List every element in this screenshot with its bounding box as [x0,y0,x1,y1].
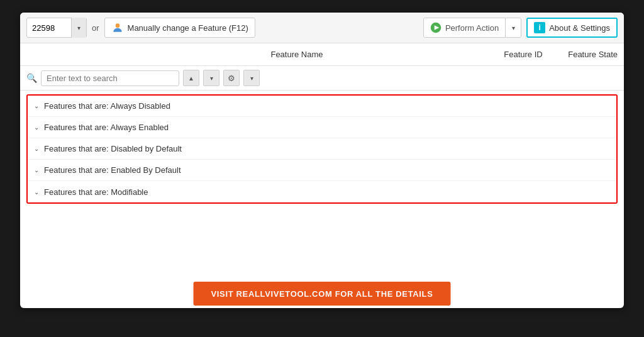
col-feature-state: Feature State [555,50,618,59]
chevron-down-icon: ⌄ [34,145,39,152]
chevron-down-icon: ⌄ [34,189,39,196]
col-feature-id: Feature ID [492,50,555,59]
perform-dropdown-btn[interactable]: ▾ [506,18,521,38]
list-item[interactable]: ⌄ Features that are: Always Enabled [28,117,616,138]
perform-action-button[interactable]: Perform Action [424,18,505,38]
filter-dropdown-button[interactable]: ▾ [243,70,260,86]
search-bar: 🔍 ▲ ▾ ⚙ ▾ [20,66,624,91]
user-icon [111,21,124,34]
chevron-down-icon: ⌄ [34,124,39,131]
chevron-down-icon: ⌄ [34,167,39,174]
search-icon: 🔍 [26,73,37,83]
sort-ascending-button[interactable]: ▲ [183,70,199,86]
list-item[interactable]: ⌄ Features that are: Enabled By Default [28,160,616,181]
manual-change-button[interactable]: Manually change a Feature (F12) [104,18,255,38]
manual-change-label: Manually change a Feature (F12) [128,23,248,33]
about-settings-button[interactable]: i About & Settings [526,18,618,38]
banner-box: VISIT REALLVIVETOOL.COM FOR ALL THE DETA… [194,282,451,306]
feature-label: Features that are: Always Disabled [44,101,170,111]
feature-list: ⌄ Features that are: Always Disabled ⌄ F… [20,91,624,308]
id-input[interactable] [27,23,71,33]
feature-label: Features that are: Modifiable [44,187,148,197]
search-input[interactable] [41,70,179,86]
perform-action-group: Perform Action ▾ [423,18,521,38]
toolbar: ▾ or Manually change a Feature (F12) Per… [20,13,624,43]
settings-button[interactable]: ⚙ [223,70,240,86]
feature-label: Features that are: Disabled by Default [44,144,182,153]
info-symbol: i [538,23,540,32]
feature-label: Features that are: Enabled By Default [44,165,181,175]
col-feature-name: Feature Name [26,50,492,59]
sort-descending-button[interactable]: ▾ [203,70,219,86]
banner-text: VISIT REALLVIVETOOL.COM FOR ALL THE DETA… [211,289,433,299]
feature-group-box: ⌄ Features that are: Always Disabled ⌄ F… [26,94,618,204]
id-dropdown-btn[interactable]: ▾ [71,18,86,38]
feature-label: Features that are: Always Enabled [44,123,169,132]
page-container: ▾ or Manually change a Feature (F12) Per… [0,0,644,337]
play-icon [430,22,441,33]
main-window: ▾ or Manually change a Feature (F12) Per… [20,13,624,308]
about-settings-label: About & Settings [549,23,610,33]
svg-point-0 [115,23,119,28]
id-input-group: ▾ [26,18,87,38]
or-label: or [92,23,99,33]
list-item[interactable]: ⌄ Features that are: Disabled by Default [28,138,616,160]
list-item[interactable]: ⌄ Features that are: Modifiable [28,181,616,202]
perform-action-label: Perform Action [445,23,499,33]
chevron-down-icon: ⌄ [34,102,39,109]
list-item[interactable]: ⌄ Features that are: Always Disabled [28,96,616,117]
info-icon: i [534,22,545,33]
table-header: Feature Name Feature ID Feature State [20,43,624,66]
